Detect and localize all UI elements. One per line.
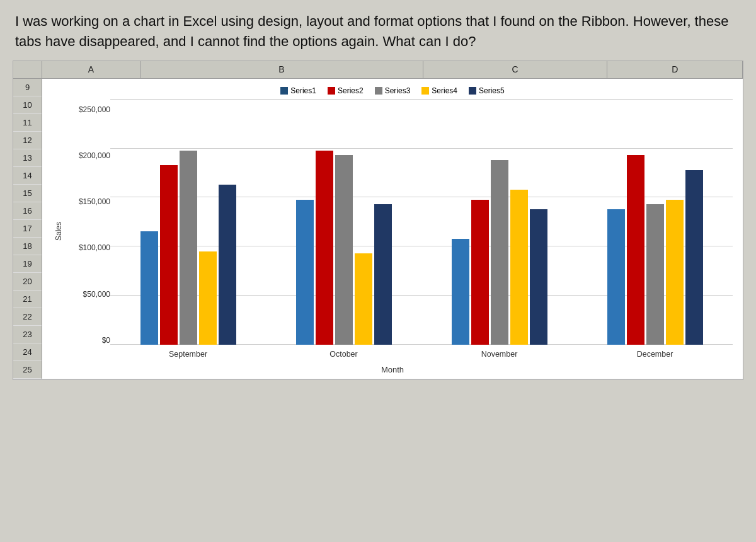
oct-series5 <box>374 204 392 344</box>
legend-series3-color <box>375 87 382 95</box>
y-label-200k: $200,000 <box>79 151 110 160</box>
oct-series4 <box>355 253 372 344</box>
y-axis-label: Sales <box>52 99 65 364</box>
legend-series1-color <box>280 87 288 95</box>
legend-series2-color <box>328 87 335 95</box>
row-num-15: 15 <box>13 185 42 202</box>
sep-series1 <box>140 231 158 344</box>
row-num-25: 25 <box>13 361 42 379</box>
december-group <box>577 99 733 345</box>
chart-row: 910111213141516171819202122232425 Series… <box>13 79 743 379</box>
column-headers-row: A B C D <box>13 61 743 79</box>
row-num-19: 19 <box>13 255 42 273</box>
nov-series1 <box>452 239 469 345</box>
top-text-block: I was working on a chart in Excel using … <box>0 0 756 61</box>
row-num-20: 20 <box>13 273 42 291</box>
sep-series4 <box>199 251 217 345</box>
nov-series2 <box>471 200 489 345</box>
legend-series5: Series5 <box>469 86 505 95</box>
row-num-12: 12 <box>13 132 42 149</box>
oct-series1 <box>296 200 314 345</box>
legend-series3-label: Series3 <box>385 86 411 95</box>
row-num-24: 24 <box>13 343 42 361</box>
nov-series3 <box>491 160 508 345</box>
row-num-23: 23 <box>13 326 42 343</box>
row-num-18: 18 <box>13 238 42 255</box>
sep-series3 <box>180 151 197 345</box>
dec-series1 <box>607 209 625 345</box>
legend-series3: Series3 <box>375 86 411 95</box>
row-num-9: 9 <box>13 79 42 96</box>
row-numbers: 910111213141516171819202122232425 <box>13 79 42 379</box>
y-axis-values: $250,000 $200,000 $150,000 $100,000 $50,… <box>66 99 110 364</box>
legend-series2: Series2 <box>328 86 364 95</box>
sep-series2 <box>160 165 178 345</box>
row-num-17: 17 <box>13 220 42 238</box>
oct-series3 <box>335 155 353 344</box>
chart-body: Sales $250,000 $200,000 $150,000 $100,00… <box>52 99 733 364</box>
legend-series1: Series1 <box>280 86 316 95</box>
november-group <box>421 99 577 345</box>
oct-series2 <box>316 151 333 345</box>
sep-series5 <box>219 185 236 345</box>
legend-series4: Series4 <box>421 86 457 95</box>
dec-series5 <box>685 170 703 345</box>
row-num-16: 16 <box>13 202 42 220</box>
dec-series4 <box>666 200 684 345</box>
x-axis-title: Month <box>52 364 733 377</box>
y-label-0: $0 <box>102 336 110 345</box>
y-label-250k: $250,000 <box>79 105 110 114</box>
september-group <box>110 99 266 345</box>
y-label-100k: $100,000 <box>79 243 110 252</box>
bars-area: September October November December <box>110 99 733 364</box>
legend-series5-label: Series5 <box>479 86 505 95</box>
x-label-november: November <box>421 345 577 364</box>
legend-series5-color <box>469 87 476 95</box>
col-header-c: C <box>423 61 608 78</box>
col-header-b: B <box>140 61 423 78</box>
y-label-50k: $50,000 <box>83 290 110 299</box>
row-num-22: 22 <box>13 308 42 326</box>
x-axis-labels: September October November December <box>110 345 733 364</box>
col-header-d: D <box>607 61 743 78</box>
row-num-13: 13 <box>13 149 42 167</box>
corner-cell <box>13 61 42 78</box>
legend-series4-label: Series4 <box>432 86 457 95</box>
dec-series3 <box>646 204 664 344</box>
legend-series1-label: Series1 <box>290 86 316 95</box>
row-num-14: 14 <box>13 167 42 185</box>
row-num-10: 10 <box>13 96 42 114</box>
nov-series5 <box>530 209 547 345</box>
x-label-december: December <box>577 345 733 364</box>
dec-series2 <box>627 155 644 344</box>
chart-content[interactable]: Series1 Series2 Series3 Series4 <box>42 79 743 379</box>
x-label-october: October <box>266 345 421 364</box>
x-label-september: September <box>110 345 266 364</box>
chart-plot: September October November December <box>110 99 733 364</box>
legend-series4-color <box>421 87 429 95</box>
excel-chart[interactable]: Series1 Series2 Series3 Series4 <box>42 79 743 377</box>
legend-series2-label: Series2 <box>338 86 364 95</box>
nov-series4 <box>510 190 528 345</box>
row-num-11: 11 <box>13 114 42 132</box>
spreadsheet: A B C D 91011121314151617181920212223242… <box>13 61 743 380</box>
october-group <box>266 99 421 345</box>
row-num-21: 21 <box>13 291 42 308</box>
chart-legend: Series1 Series2 Series3 Series4 <box>52 84 733 99</box>
question-text: I was working on a chart in Excel using … <box>0 0 756 61</box>
col-header-a: A <box>42 61 140 78</box>
y-label-150k: $150,000 <box>79 197 110 206</box>
